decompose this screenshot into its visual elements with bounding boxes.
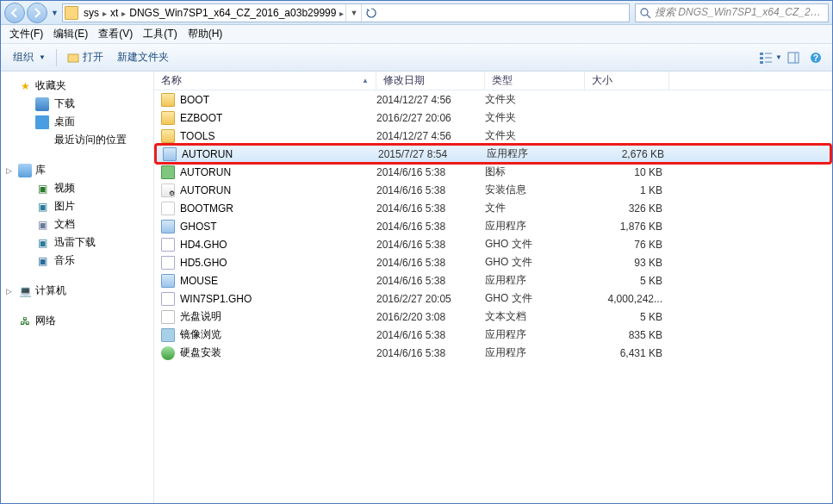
preview-pane-icon (787, 52, 799, 64)
table-row[interactable]: GHOST 2014/6/16 5:38 应用程序 1,876 KB (154, 217, 832, 235)
sidebar-item[interactable]: 最近访问的位置 (1, 131, 153, 149)
table-row[interactable]: BOOTMGR 2014/6/16 5:38 文件 326 KB (154, 199, 832, 217)
svg-text:?: ? (813, 53, 818, 63)
table-row[interactable]: 镜像浏览 2014/6/16 5:38 应用程序 835 KB (154, 326, 832, 344)
table-row[interactable]: BOOT 2014/12/27 4:56 文件夹 (154, 90, 832, 109)
file-name: MOUSE (180, 275, 218, 287)
menu-view[interactable]: 查看(V) (93, 25, 138, 43)
table-row[interactable]: AUTORUN 2015/7/27 8:54 应用程序 2,676 KB (156, 145, 830, 163)
sort-asc-icon: ▲ (362, 77, 369, 84)
sidebar-computer-header[interactable]: ▷ 💻 计算机 (1, 282, 153, 300)
menu-edit[interactable]: 编辑(E) (48, 25, 93, 43)
search-box[interactable]: 搜索 DNGS_Win7SP1_x64_CZ_2016... (635, 3, 829, 22)
chevron-right-icon[interactable]: ▸ (338, 9, 345, 18)
file-type: GHO 文件 (485, 237, 585, 252)
view-mode-button[interactable]: ▼ (760, 47, 782, 68)
item-label: 视频 (54, 181, 75, 196)
column-headers: 名称 ▲ 修改日期 类型 大小 (154, 72, 832, 90)
address-dropdown[interactable]: ▼ (345, 4, 361, 22)
help-button[interactable]: ? (805, 47, 827, 68)
file-size: 93 KB (585, 257, 662, 269)
new-folder-label: 新建文件夹 (117, 50, 169, 65)
table-row[interactable]: TOOLS 2014/12/27 4:56 文件夹 (154, 127, 832, 145)
new-folder-button[interactable]: 新建文件夹 (110, 47, 176, 67)
breadcrumb-segment[interactable]: sys (82, 7, 101, 19)
network-label: 网络 (35, 314, 56, 328)
column-name[interactable]: 名称 ▲ (154, 72, 376, 90)
sidebar-network-header[interactable]: 🖧 网络 (1, 312, 153, 330)
star-icon: ★ (18, 79, 32, 93)
file-type: 文本文档 (485, 309, 585, 324)
file-name: HD5.GHO (180, 257, 227, 269)
sidebar: ★ 收藏夹 下载桌面最近访问的位置 ▷ 库 ▣视频▣图片▣文档▣迅雷下载▣音乐 … (1, 72, 154, 504)
address-bar[interactable]: sys▸xt▸DNGS_Win7SP1_x64_CZ_2016_a03b2999… (62, 3, 630, 22)
history-dropdown[interactable]: ▼ (51, 9, 59, 17)
svg-point-0 (641, 9, 648, 16)
file-name: BOOT (180, 94, 209, 106)
table-row[interactable]: WIN7SP1.GHO 2016/2/27 20:05 GHO 文件 4,000… (154, 289, 832, 308)
back-button[interactable] (4, 3, 25, 23)
file-name: HD4.GHO (180, 239, 227, 251)
file-date: 2014/6/16 5:38 (376, 184, 485, 196)
breadcrumb-segment[interactable]: xt (109, 7, 120, 19)
file-type: 安装信息 (485, 183, 585, 197)
file-rows: BOOT 2014/12/27 4:56 文件夹 EZBOOT 2016/2/2… (154, 90, 832, 362)
expand-icon: ▷ (6, 287, 12, 296)
table-row[interactable]: 硬盘安装 2014/6/16 5:38 应用程序 6,431 KB (154, 344, 832, 362)
sidebar-favorites-header[interactable]: ★ 收藏夹 (1, 77, 153, 95)
table-row[interactable]: MOUSE 2014/6/16 5:38 应用程序 5 KB (154, 271, 832, 289)
sidebar-item[interactable]: ▣迅雷下载 (1, 233, 153, 252)
file-type: 图标 (485, 165, 585, 179)
file-icon (161, 220, 175, 233)
file-icon (161, 165, 175, 179)
menubar: 文件(F) 编辑(E) 查看(V) 工具(T) 帮助(H) (1, 25, 832, 44)
table-row[interactable]: 光盘说明 2016/2/20 3:08 文本文档 5 KB (154, 308, 832, 326)
table-row[interactable]: HD5.GHO 2014/6/16 5:38 GHO 文件 93 KB (154, 253, 832, 271)
table-row[interactable]: EZBOOT 2016/2/27 20:06 文件夹 (154, 109, 832, 127)
sidebar-item[interactable]: 下载 (1, 95, 153, 113)
file-icon (161, 310, 175, 324)
menu-help[interactable]: 帮助(H) (183, 25, 228, 43)
table-row[interactable]: HD4.GHO 2014/6/16 5:38 GHO 文件 76 KB (154, 235, 832, 253)
chevron-right-icon[interactable]: ▸ (101, 9, 109, 18)
sidebar-libraries-header[interactable]: ▷ 库 (1, 161, 153, 179)
file-type: GHO 文件 (485, 255, 585, 270)
file-date: 2014/6/16 5:38 (376, 347, 485, 359)
file-type: 应用程序 (485, 327, 585, 342)
file-size: 5 KB (585, 311, 662, 323)
open-button[interactable]: 打开 (60, 47, 110, 67)
file-name: 镜像浏览 (180, 327, 221, 342)
file-icon (163, 147, 177, 161)
chevron-right-icon[interactable]: ▸ (120, 9, 127, 18)
file-icon (161, 111, 175, 125)
file-icon (161, 328, 175, 342)
column-date[interactable]: 修改日期 (376, 72, 485, 90)
refresh-button[interactable] (361, 4, 380, 22)
sidebar-item[interactable]: 桌面 (1, 113, 153, 131)
sidebar-item[interactable]: ▣文档 (1, 215, 153, 233)
column-type[interactable]: 类型 (485, 72, 585, 90)
menu-tools[interactable]: 工具(T) (138, 25, 182, 43)
organize-button[interactable]: 组织 ▼ (6, 47, 53, 67)
file-size: 326 KB (585, 202, 662, 215)
forward-button[interactable] (27, 3, 47, 23)
breadcrumb-segment[interactable]: DNGS_Win7SP1_x64_CZ_2016_a03b29999 (127, 7, 338, 19)
item-label: 下载 (54, 96, 75, 111)
file-icon (161, 274, 175, 288)
sidebar-item[interactable]: ▣图片 (1, 197, 153, 215)
svg-rect-4 (760, 57, 763, 59)
menu-file[interactable]: 文件(F) (4, 25, 48, 43)
table-row[interactable]: AUTORUN 2014/6/16 5:38 安装信息 1 KB (154, 181, 832, 199)
sidebar-item[interactable]: ▣音乐 (1, 252, 153, 270)
preview-pane-button[interactable] (782, 47, 805, 68)
sidebar-item[interactable]: ▣视频 (1, 179, 153, 197)
file-size: 1 KB (585, 184, 662, 196)
file-type: 文件 (485, 201, 585, 215)
table-row[interactable]: AUTORUN 2014/6/16 5:38 图标 10 KB (154, 163, 832, 181)
svg-rect-5 (760, 61, 763, 64)
item-icon (35, 115, 49, 129)
file-date: 2014/12/27 4:56 (376, 130, 485, 142)
column-size[interactable]: 大小 (585, 72, 669, 90)
sidebar-computer: ▷ 💻 计算机 (1, 282, 153, 300)
chevron-down-icon: ▼ (775, 53, 782, 61)
